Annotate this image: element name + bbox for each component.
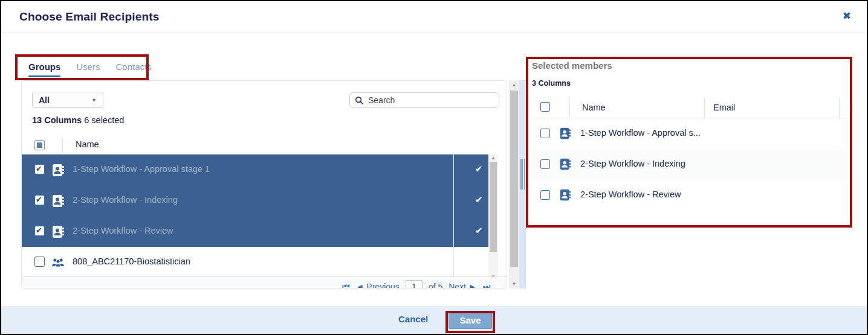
group-name: 808_ABC21170-Biostatistician — [73, 257, 190, 266]
chevron-down-icon: ▼ — [91, 97, 97, 103]
row-checkbox[interactable] — [34, 195, 45, 205]
search-box[interactable] — [349, 92, 499, 108]
tab-bar: Groups Users Contacts — [28, 62, 152, 77]
next-page-button[interactable]: Next ► — [449, 282, 477, 289]
column-divider — [453, 155, 454, 185]
modal-footer: Cancel Save — [1, 306, 867, 334]
row-checkbox[interactable] — [540, 159, 550, 169]
page-of-label: of 5 — [429, 282, 442, 289]
row-checkbox[interactable] — [540, 129, 550, 138]
tab-groups[interactable]: Groups — [28, 62, 60, 77]
choose-email-recipients-modal: Choose Email Recipients ✖ Groups Users C… — [0, 0, 868, 335]
selected-table-header: Name Email — [532, 97, 846, 118]
row-checkbox[interactable] — [540, 190, 550, 200]
name-column-header: Name — [76, 139, 99, 149]
previous-page-button[interactable]: ◄ Previous — [356, 282, 400, 289]
select-all-checkbox[interactable] — [34, 140, 45, 150]
contact-card-icon — [559, 188, 572, 202]
table-row[interactable]: 1-Step Workflow - Approval stage 1 ✔ — [22, 155, 488, 185]
columns-count: 13 Columns — [32, 115, 82, 125]
selected-members-table: Name Email 1-Step Workflow - Approval s.… — [532, 97, 846, 211]
member-name: 1-Step Workflow - Approval s... — [580, 128, 701, 138]
table-row[interactable]: 1-Step Workflow - Approval s... — [532, 118, 846, 149]
cancel-button[interactable]: Cancel — [398, 314, 428, 324]
selection-summary: 13 Columns 6 selected — [32, 115, 124, 125]
row-checkbox[interactable] — [34, 164, 45, 174]
table-row[interactable]: 2-Step Workflow - Review ✔ — [22, 216, 488, 247]
table-scrollbar[interactable]: ▲ ▼ — [488, 155, 498, 280]
group-name: 1-Step Workflow - Approval stage 1 — [73, 164, 210, 174]
row-checkbox[interactable] — [34, 257, 45, 267]
group-name: 2-Step Workflow - Indexing — [73, 195, 178, 205]
group-people-icon — [51, 255, 65, 270]
selected-members-panel: Selected members 3 Columns Name Email 1-… — [528, 59, 850, 225]
table-row[interactable]: 2-Step Workflow - Indexing ✔ — [22, 185, 488, 216]
pager: ⏮ ◄ Previous 1 of 5 Next ► ⏭ — [342, 280, 490, 288]
check-icon: ✔ — [475, 225, 483, 236]
save-button[interactable]: Save — [449, 311, 492, 329]
contact-card-icon — [51, 225, 65, 239]
contact-card-icon — [559, 127, 572, 140]
contact-card-icon — [51, 194, 65, 208]
table-row[interactable]: 808_ABC21170-Biostatistician — [22, 247, 488, 278]
last-page-button[interactable]: ⏭ — [483, 281, 491, 288]
search-input[interactable] — [368, 95, 494, 105]
panel-splitter[interactable] — [519, 80, 526, 289]
selected-members-count: 3 Columns — [532, 79, 571, 88]
contact-card-icon — [51, 163, 65, 177]
scroll-up-icon[interactable]: ▲ — [488, 155, 498, 161]
table-row[interactable]: 2-Step Workflow - Indexing — [532, 149, 846, 180]
panel-scrollbar[interactable]: ▲ ▼ — [509, 80, 519, 289]
filter-dropdown[interactable]: All ▼ — [32, 92, 103, 108]
contact-card-icon — [559, 158, 572, 171]
search-icon — [355, 96, 364, 105]
groups-table-body: 1-Step Workflow - Approval stage 1 ✔ 2-S… — [22, 155, 488, 278]
tab-contacts[interactable]: Contacts — [116, 62, 152, 77]
member-name: 2-Step Workflow - Review — [580, 190, 681, 199]
group-name: 2-Step Workflow - Review — [73, 226, 173, 235]
column-divider — [453, 185, 454, 216]
scroll-down-icon[interactable]: ▼ — [509, 281, 519, 287]
column-divider — [453, 247, 454, 278]
table-row[interactable]: 2-Step Workflow - Review — [532, 180, 846, 211]
splitter-grip-icon — [520, 159, 525, 190]
filter-dropdown-value: All — [39, 95, 91, 105]
check-icon: ✔ — [475, 164, 483, 174]
modal-title: Choose Email Recipients — [19, 10, 160, 24]
close-icon[interactable]: ✖ — [843, 11, 851, 21]
name-column-header: Name — [582, 103, 606, 112]
check-icon: ✔ — [475, 194, 483, 205]
tab-users[interactable]: Users — [76, 62, 100, 77]
email-column-header: Email — [713, 103, 735, 112]
column-divider — [62, 138, 63, 153]
pagination-bar: ⏮ ◄ Previous 1 of 5 Next ► ⏭ — [22, 276, 507, 288]
page-number-input[interactable]: 1 — [406, 280, 423, 288]
scroll-up-icon[interactable]: ▲ — [509, 82, 519, 88]
selected-members-title: Selected members — [532, 60, 612, 71]
column-divider — [569, 97, 570, 117]
modal-header: Choose Email Recipients ✖ — [1, 1, 867, 33]
row-checkbox[interactable] — [34, 226, 45, 236]
selected-count: 6 selected — [84, 115, 124, 125]
groups-panel: All ▼ 13 Columns 6 selected Name — [21, 80, 507, 289]
column-divider — [453, 216, 454, 247]
groups-table-header: Name — [22, 136, 488, 155]
member-name: 2-Step Workflow - Indexing — [580, 159, 685, 168]
select-all-checkbox[interactable] — [540, 102, 550, 112]
scrollbar-thumb[interactable] — [490, 162, 497, 252]
selected-table-body: 1-Step Workflow - Approval s... 2-Step W… — [532, 118, 846, 211]
first-page-button[interactable]: ⏮ — [342, 281, 350, 288]
scrollbar-thumb[interactable] — [510, 91, 518, 267]
